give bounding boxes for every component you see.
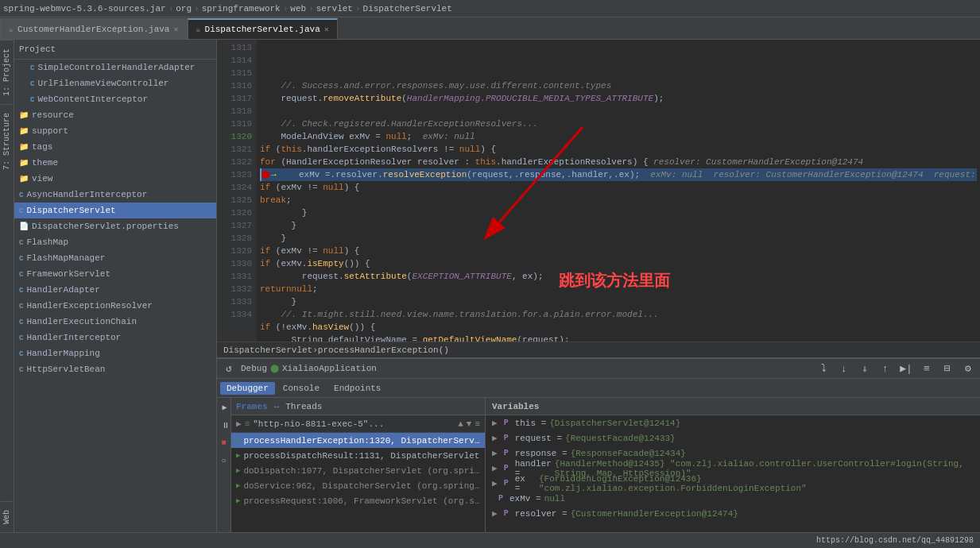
frame-item[interactable]: ▶doDispatch:1077, DispatcherServlet (org… [231,463,485,478]
run-to-cursor-icon[interactable]: ▶| [897,361,915,376]
resume-btn[interactable]: ▶ [218,398,230,416]
line-number: 1315 [217,67,252,79]
debug-tab-bar: Debugger Console Endpoints [217,379,980,398]
tree-item[interactable]: CHandlerExecutionChain [14,314,216,330]
line-number: 1323 [217,168,252,181]
variable-item[interactable]: ▶Presolver = {CustomerHandlerException@1… [486,506,980,521]
debug-restart-icon[interactable]: ↺ [220,361,238,376]
tree-item[interactable]: 📁support [14,123,216,139]
step-into-icon[interactable]: ↓ [835,361,853,376]
var-name: response = [515,449,567,458]
thread-expand-icon[interactable]: ▶ [236,419,242,429]
breadcrumb-jar: spring-webmvc-5.3.6-sources.jar [3,4,166,14]
tab-close-dispatcher[interactable]: ✕ [324,25,329,34]
line-number: 1332 [217,283,252,295]
tree-item[interactable]: CHttpServletBean [14,361,216,377]
frame-item[interactable]: ▶processDispatchResult:1131, DispatcherS… [231,448,485,463]
tree-item[interactable]: CUrlFilenameViewController [14,75,216,91]
line-number: 1324 [217,181,252,194]
expand-icon[interactable]: ▶ [492,478,498,488]
tree-item[interactable]: 📁theme [14,155,216,171]
code-content[interactable]: //. Success.and.error.responses.may.use.… [257,40,980,342]
class-icon: C [19,270,23,279]
breadcrumb-path: spring-webmvc-5.3.6-sources.jar › org › … [3,4,452,14]
settings-icon[interactable]: ⚙ [959,361,977,376]
thread-up-btn[interactable]: ▲ [458,419,463,429]
tab-dispatcher-servlet[interactable]: ☕ DispatcherServlet.java ✕ [188,18,338,39]
tab-console[interactable]: Console [277,382,326,395]
frame-item[interactable]: ▶processHandlerException:1320, Dispatche… [231,433,485,448]
code-line: } [260,219,977,232]
tree-item[interactable]: CSimpleControllerHandlerAdapter [14,60,216,75]
variable-item[interactable]: PexMv = null [486,491,980,506]
expand-icon[interactable]: ▶ [492,418,498,428]
structure-tab[interactable]: 7: Structure [1,104,13,178]
variable-item[interactable]: ▶Prequest = {RequestFacade@12433} [486,430,980,446]
code-line: //. Check.registered.HandlerExceptionRes… [260,118,977,130]
tree-item[interactable]: 📄DispatcherServlet.properties [14,218,216,234]
code-line: //. Success.and.error.responses.may.use.… [260,79,977,92]
step-over-icon[interactable]: ⤵ [815,361,832,376]
thread-filter-btn[interactable]: ≡ [475,419,480,429]
frame-label: doDispatch:1077, DispatcherServlet (org.… [243,466,480,476]
status-right: https://blog.csdn.net/qq_44891298 [816,536,974,545]
step-out-icon[interactable]: ↑ [877,361,894,376]
var-name: request = [515,434,562,443]
tree-item[interactable]: 📁resource [14,107,216,123]
debug-app-icon: ⬤ [270,364,279,373]
tree-item[interactable]: CFrameworkServlet [14,266,216,282]
tab-debugger[interactable]: Debugger [220,382,275,395]
tree-item[interactable]: CWebContentInterceptor [14,91,216,107]
restore-layout-icon[interactable]: ⊟ [939,361,956,376]
project-tab[interactable]: 1: Project [1,40,13,104]
tree-item-label: HandlerMapping [26,349,99,358]
variable-item[interactable]: ▶Pex = {ForbiddenLoginException@12436} "… [486,476,980,491]
project-sidebar: Project CSimpleControllerHandlerAdapterC… [14,40,217,532]
var-value: {ResponseFacade@12434} [571,449,686,458]
mute-btn[interactable]: ○ [218,452,230,470]
breadcrumb-web: web [290,4,306,14]
thread-down-btn[interactable]: ▼ [467,419,472,429]
code-line: if (this.handlerExceptionResolvers != nu… [260,143,977,156]
tab-close-customer[interactable]: ✕ [173,25,178,34]
expand-icon[interactable]: ▶ [492,433,498,443]
frame-item[interactable]: ▶processRequest:1006, FrameworkServlet (… [231,493,485,508]
frames-tab[interactable]: Frames [236,402,268,411]
tree-item[interactable]: 📁tags [14,139,216,155]
tree-item[interactable]: CHandlerMapping [14,345,216,361]
tree-item[interactable]: 📁view [14,171,216,187]
tree-item[interactable]: CFlashMap [14,234,216,250]
tree-item-label: FlashMapManager [26,253,105,263]
tree-item-label: HandlerExecutionChain [26,317,137,326]
threads-tab[interactable]: Threads [285,402,322,411]
expand-icon[interactable]: ▶ [492,448,498,458]
tree-item[interactable]: CHandlerInterceptor [14,330,216,345]
type-icon: P [498,494,503,503]
expand-icon[interactable]: ▶ [492,463,498,473]
variable-item[interactable]: ▶Pthis = {DispatcherServlet@12414} [486,415,980,430]
expand-icon[interactable]: ▶ [492,508,498,519]
web-tab[interactable]: Web [1,501,13,532]
main-content: 1: Project 7: Structure Web Project CSim… [0,40,980,532]
evaluate-icon[interactable]: ≡ [918,361,935,376]
tree-item[interactable]: CHandlerExceptionResolver [14,298,216,314]
code-line: String defaultViewName = getDefaultViewN… [260,334,977,342]
tree-item[interactable]: CHandlerAdapter [14,282,216,298]
tree-item[interactable]: CAsyncHandlerInterceptor [14,187,216,203]
tab-label-dispatcher: DispatcherServlet.java [205,25,320,34]
force-step-into-icon[interactable]: ⇓ [856,361,873,376]
tab-endpoints[interactable]: Endpoints [327,382,387,395]
var-value: null [544,494,565,504]
tree-item[interactable]: CFlashMapManager [14,250,216,266]
java-icon-active: ☕ [196,25,201,34]
stop-btn[interactable]: ■ [218,434,230,452]
tree-item[interactable]: CDispatcherServlet [14,203,216,218]
tree-item-label: support [32,126,68,136]
frame-item[interactable]: ▶doService:962, DispatcherServlet (org.s… [231,478,485,493]
var-name: this = [515,419,547,428]
file-icon: 📄 [19,222,29,231]
pause-btn[interactable]: ⏸ [218,416,230,434]
code-line: return null; [260,283,977,295]
code-line: → exMv =.resolver.resolveException(reque… [260,168,977,181]
tab-customer-handler[interactable]: ☕ CustomerHandlerException.java ✕ [0,18,188,39]
